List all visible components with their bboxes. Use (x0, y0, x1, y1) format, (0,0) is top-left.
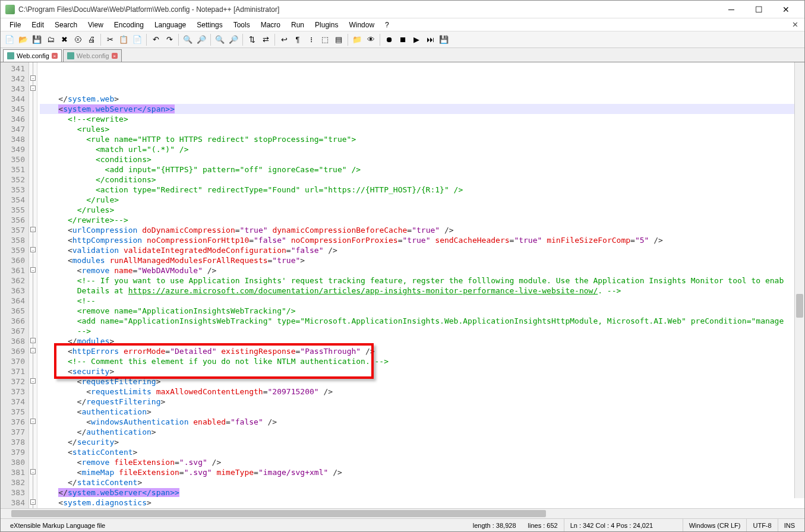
play-multi-icon[interactable]: ⏭ (424, 33, 437, 46)
code-line[interactable]: </security> (40, 437, 802, 447)
close-all-icon[interactable]: ⮾ (71, 33, 84, 46)
code-line[interactable]: </rules> (40, 205, 802, 215)
menu-encoding[interactable]: Encoding (109, 19, 149, 31)
menubar-close-icon[interactable]: ✕ (792, 20, 798, 29)
save-icon[interactable]: 💾 (30, 33, 43, 46)
link[interactable]: https://azure.microsoft.com/documentatio… (128, 286, 598, 295)
code-line[interactable]: <add name="ApplicationInsightsWebTrackin… (40, 316, 802, 326)
horizontal-scrollbar-thumb[interactable] (11, 510, 546, 517)
new-file-icon[interactable]: 📄 (3, 33, 16, 46)
find-icon[interactable]: 🔍 (181, 33, 194, 46)
close-button[interactable]: ✕ (772, 1, 800, 18)
menu-edit[interactable]: Edit (26, 19, 49, 31)
play-icon[interactable]: ▶ (410, 33, 423, 46)
sync-h-icon[interactable]: ⇄ (259, 33, 272, 46)
editor-area[interactable]: 3413423433443453463473483493503513523533… (1, 62, 804, 508)
fold-toggle-icon[interactable]: - (30, 419, 36, 424)
code-line[interactable]: Details at https://azure.microsoft.com/d… (40, 286, 802, 296)
show-all-icon[interactable]: ¶ (291, 33, 304, 46)
code-line[interactable]: <!-- Comment this element if you do not … (40, 356, 802, 366)
monitor-icon[interactable]: 👁 (364, 33, 377, 46)
undo-icon[interactable]: ↶ (149, 33, 162, 46)
fold-toggle-icon[interactable]: - (30, 267, 36, 273)
code-line[interactable]: <authentication> (40, 407, 802, 417)
menu-tools[interactable]: Tools (228, 19, 255, 31)
code-line[interactable]: </staticContent> (40, 477, 802, 487)
code-line[interactable]: </system.web> (40, 94, 802, 104)
code-line[interactable]: <validation validateIntegratedModeConfig… (40, 245, 802, 255)
stop-icon[interactable]: ⏹ (396, 33, 409, 46)
code-line[interactable]: <urlCompression doDynamicCompression="tr… (40, 225, 802, 235)
code-line[interactable]: <security> (40, 366, 802, 376)
tab-0[interactable]: Web.config× (3, 49, 62, 62)
copy-icon[interactable]: 📋 (117, 33, 130, 46)
horizontal-scrollbar[interactable] (1, 508, 804, 518)
tab-1[interactable]: Web.config× (63, 49, 122, 62)
code-line[interactable]: <!-- (40, 296, 802, 306)
code-line[interactable]: </conditions> (40, 175, 802, 185)
code-line[interactable]: </rewrite>--> (40, 215, 802, 225)
menu-search[interactable]: Search (49, 19, 83, 31)
zoom-in-icon[interactable]: 🔍 (213, 33, 226, 46)
code-content[interactable]: </system.web> <system.webServer</span>> … (37, 62, 804, 508)
save-macro-icon[interactable]: 💾 (437, 33, 450, 46)
menu-window[interactable]: Window (343, 19, 380, 31)
code-line[interactable]: </requestFiltering> (40, 397, 802, 407)
menu-language[interactable]: Language (149, 19, 191, 31)
code-line[interactable]: <add input="{HTTPS}" pattern="off" ignor… (40, 164, 802, 175)
code-line[interactable]: <conditions> (40, 154, 802, 164)
code-line[interactable]: <rules> (40, 124, 802, 134)
code-line[interactable]: <requestFiltering> (40, 376, 802, 387)
code-line[interactable]: </system.webServer</span>> (40, 487, 802, 498)
menu-settings[interactable]: Settings (191, 19, 228, 31)
code-line[interactable]: </modules> (40, 336, 802, 346)
vertical-scrollbar-thumb[interactable] (796, 294, 803, 318)
maximize-button[interactable]: ☐ (745, 1, 772, 18)
menu-view[interactable]: View (83, 19, 109, 31)
code-line[interactable]: </authentication> (40, 427, 802, 437)
code-line[interactable]: <requestLimits maxAllowedContentLength="… (40, 387, 802, 397)
fold-toggle-icon[interactable]: - (30, 75, 36, 81)
fold-toggle-icon[interactable]: - (30, 499, 36, 505)
zoom-out-icon[interactable]: 🔎 (227, 33, 240, 46)
folder-icon[interactable]: 📁 (351, 33, 364, 46)
code-line[interactable]: <action type="Redirect" redirectType="Fo… (40, 185, 802, 195)
wrap-icon[interactable]: ↩ (277, 33, 291, 46)
tab-close-icon[interactable]: × (52, 53, 58, 59)
fold-toggle-icon[interactable]: - (30, 338, 36, 343)
print-icon[interactable]: 🖨 (85, 33, 98, 46)
code-line[interactable]: <modules runAllManagedModulesForAllReque… (40, 255, 802, 265)
menu-?[interactable]: ? (380, 19, 394, 31)
code-line[interactable]: <httpCompression noCompressionForHttp10=… (40, 235, 802, 245)
paste-icon[interactable]: 📄 (131, 33, 144, 46)
fold-toggle-icon[interactable]: - (30, 469, 36, 474)
fold-toggle-icon[interactable]: - (30, 227, 36, 232)
indent-guide-icon[interactable]: ⫶ (305, 33, 318, 46)
code-line[interactable]: <windowsAuthentication enabled="false" /… (40, 417, 802, 427)
code-line[interactable]: <system.webServer</span>> (40, 104, 802, 114)
code-line[interactable]: <remove fileExtension=".svg" /> (40, 457, 802, 467)
code-line[interactable]: </rule> (40, 195, 802, 205)
code-line[interactable]: <!--<rewrite> (40, 114, 802, 124)
menu-file[interactable]: File (4, 19, 26, 31)
fold-margin[interactable]: ----------- (29, 62, 37, 508)
code-line[interactable]: <rule name="HTTP to HTTPS redirect" stop… (40, 134, 802, 144)
fold-toggle-icon[interactable]: - (30, 86, 36, 91)
code-line[interactable]: <system.diagnostics> (40, 498, 802, 508)
code-line[interactable]: <remove name="WebDAVModule" /> (40, 265, 802, 276)
code-line[interactable]: <remove name="ApplicationInsightsWebTrac… (40, 306, 802, 316)
redo-icon[interactable]: ↷ (163, 33, 176, 46)
code-line[interactable]: <!-- If you want to use Application Insi… (40, 276, 802, 286)
open-icon[interactable]: 📂 (17, 33, 30, 46)
menu-run[interactable]: Run (286, 19, 310, 31)
record-icon[interactable]: ⏺ (383, 33, 396, 46)
fold-toggle-icon[interactable]: - (30, 378, 36, 384)
doc-map-icon[interactable]: ▤ (332, 33, 345, 46)
code-line[interactable]: <staticContent> (40, 447, 802, 457)
code-line[interactable]: --> (40, 326, 802, 336)
sync-v-icon[interactable]: ⇅ (245, 33, 258, 46)
save-all-icon[interactable]: 🗂 (44, 33, 57, 46)
tab-close-icon[interactable]: × (112, 53, 118, 59)
code-line[interactable]: <httpErrors errorMode="Detailed" existin… (40, 346, 802, 356)
code-line[interactable]: <mimeMap fileExtension=".svg" mimeType="… (40, 467, 802, 477)
